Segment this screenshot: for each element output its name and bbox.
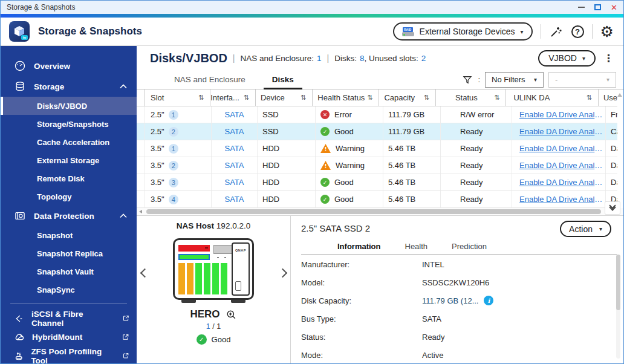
sort-icon[interactable] [301,94,306,102]
slot-number-badge: 2 [169,161,178,171]
field-manufacturer: Manufacturer: INTEL [301,255,623,273]
device-type: HDD [262,178,279,187]
sidebar-item-disks-vjbod[interactable]: Disks/VJBOD [1,97,137,115]
nas-button [217,257,219,258]
sidebar-item-zfs-pool-profiling-tool[interactable]: ZFS Pool Profiling Tool [1,346,137,363]
column-header-status[interactable]: Status [436,89,506,106]
enable-da-link[interactable]: Enable DA Drive Analy... [519,144,603,153]
bottom-panels: NAS Host 192.0.2.0 [137,215,623,363]
sidebar-item-snapshot-vault[interactable]: Snapshot Vault [1,262,137,281]
sidebar-item-snapsync[interactable]: SnapSync [1,281,137,299]
summary-disks-count: 8 [360,54,365,63]
enable-da-link[interactable]: Enable DA Drive Analy... [519,178,603,187]
column-header-slot[interactable]: Slot [144,89,210,106]
sort-icon[interactable] [198,94,204,102]
sidebar-item-iscsi-fibre-channel[interactable]: iSCSI & Fibre Channel [1,309,137,328]
chevron-left-icon[interactable] [138,267,151,280]
column-header-use[interactable]: Use [599,89,617,106]
column-header-interface[interactable]: Interfa... [210,89,256,106]
gear-icon[interactable] [600,24,614,39]
filter-secondary-select[interactable]: - [548,72,616,88]
sidebar-item-topology[interactable]: Topology [1,187,137,206]
wand-icon[interactable] [549,24,564,39]
filter-select[interactable]: No Filters [485,72,544,88]
table-row[interactable]: 3.5"3 SATA HDD Good 5.46 TB Ready Enable… [137,174,617,191]
sidebar-item-remote-disk[interactable]: Remote Disk [1,169,137,187]
status-value: Ready [460,161,483,170]
sort-icon[interactable] [494,94,499,102]
tab-nas-and-enclosure[interactable]: NAS and Enclosure [161,70,259,89]
sidebar-item-label: Snapshot [37,231,73,240]
nas-enclosure-image[interactable]: QNAP [173,238,254,300]
chevron-up-icon[interactable] [120,213,127,218]
action-button[interactable]: Action [560,221,611,237]
interface-link[interactable]: SATA [224,110,244,119]
table-row[interactable]: 3.5"2 SATA HDD Warning 5.46 TB Ready Ena… [137,157,617,174]
sidebar-item-overview[interactable]: Overview [1,56,137,76]
close-icon[interactable] [611,4,617,11]
sidebar-item-snapshot[interactable]: Snapshot [1,226,137,244]
scroll-up-icon[interactable] [617,93,622,97]
sort-icon[interactable] [244,94,249,102]
sort-icon[interactable] [367,94,372,102]
enable-da-link[interactable]: Enable DA Drive Analy... [519,195,603,204]
tab-prediction[interactable]: Prediction [452,242,487,251]
interface-link[interactable]: SATA [224,127,244,136]
vjbod-button[interactable]: VJBOD [538,50,596,67]
sidebar-item-storage[interactable]: Storage [1,76,137,97]
column-header-health-status[interactable]: Health Status [313,89,379,106]
sidebar-item-hybridmount[interactable]: HybridMount [1,328,137,346]
interface-link[interactable]: SATA [224,195,244,204]
scrollbar-thumb[interactable] [146,209,601,214]
sidebar-item-snapshot-replica[interactable]: Snapshot Replica [1,244,137,262]
sidebar-item-storage-snapshots[interactable]: Storage/Snapshots [1,115,137,133]
enable-da-link[interactable]: Enable DA Drive Analy... [519,161,603,170]
column-header-capacity[interactable]: Capacity [379,89,435,106]
nas-page-total: / 1 [212,322,221,331]
double-chevron-down-icon[interactable] [605,201,620,215]
scroll-left-icon[interactable] [139,210,142,213]
sidebar-item-cache-acceleration[interactable]: Cache Acceleration [1,133,137,151]
magnifier-plus-icon[interactable] [226,309,237,320]
chevron-up-icon[interactable] [120,84,127,89]
health-label: Warning [336,144,365,153]
table-row[interactable]: 2.5"2 SATA SSD Good 111.79 GB Ready Enab… [137,123,617,140]
tab-bar: NAS and Enclosure Disks No Filters - [137,70,623,89]
kebab-icon[interactable] [601,52,616,64]
table-row[interactable]: 3.5"4 SATA HDD Good 5.46 TB Ready Enable… [137,191,617,208]
disks-table: Slot Interfa... Device Health Status Cap… [137,89,623,215]
device-type: HDD [262,195,279,204]
caret-down-icon [599,226,602,232]
details-scrollbar[interactable] [616,255,620,359]
chevron-right-icon[interactable] [276,267,289,280]
tab-health[interactable]: Health [405,242,428,251]
info-icon[interactable] [484,296,493,305]
table-row[interactable]: 2.5"1 SATA SSD Error 111.79 GB R/W error… [137,106,617,123]
vertical-scrollbar[interactable] [616,89,623,208]
column-header-ulink-da[interactable]: ULINK DA [506,89,598,106]
tab-information[interactable]: Information [337,242,381,251]
scrollbar-thumb[interactable] [616,255,620,310]
table-row[interactable]: 3.5"1 SATA HDD Warning 5.46 TB Ready Ena… [137,140,617,157]
external-link-icon [122,314,129,322]
help-icon[interactable] [571,25,584,38]
tab-disks[interactable]: Disks [259,70,307,89]
minimize-icon[interactable] [578,7,585,8]
horizontal-scrollbar[interactable] [137,208,623,215]
column-header-device[interactable]: Device [256,89,313,106]
enable-da-link[interactable]: Enable DA Drive Analy... [519,110,603,119]
sort-icon[interactable] [424,94,429,102]
field-label: Manufacturer: [301,260,422,269]
sort-icon[interactable] [587,94,592,102]
external-storage-devices-button[interactable]: RAID External Storage Devices [393,22,533,41]
sidebar-item-external-storage[interactable]: External Storage [1,151,137,169]
maximize-icon[interactable] [594,4,601,10]
interface-link[interactable]: SATA [224,144,244,153]
interface-link[interactable]: SATA [224,161,244,170]
interface-link[interactable]: SATA [224,178,244,187]
divider: | [327,53,330,63]
enable-da-link[interactable]: Enable DA Drive Analy... [519,127,603,136]
funnel-icon[interactable] [462,74,473,85]
nas-name: HERO [190,308,219,320]
sidebar-item-data-protection[interactable]: Data Protection [1,206,137,226]
